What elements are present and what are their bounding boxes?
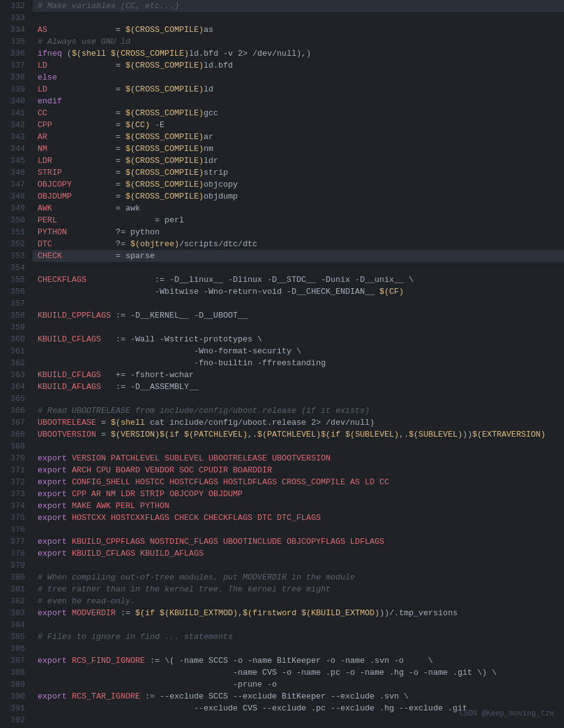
token-var: KBUILD_CPPFLAGS NOSTDINC_FLAGS UBOOTINCL… [72, 537, 384, 546]
token-macro: $(CROSS_COMPILE) [125, 192, 203, 201]
line-number: 364 [0, 381, 33, 393]
token-export: export [38, 454, 67, 463]
line-content: CC = $(CROSS_COMPILE)gcc [33, 107, 564, 119]
token-plain [67, 537, 72, 546]
code-line-379: 379 [0, 559, 564, 571]
code-line-359: 359 [0, 321, 564, 333]
token-export: export [38, 608, 67, 618]
code-line-356: 356 -Wbitwise -Wno-return-void -D__CHECK… [0, 286, 564, 298]
token-plain: = [52, 120, 125, 130]
code-line-369: 369 [0, 440, 564, 452]
token-plain: = [62, 168, 125, 177]
line-content: export HOSTCXX HOSTCXXFLAGS CHECK CHECKF… [33, 512, 564, 524]
token-plain: \( -name SCCS -o -name BitKeeper -o -nam… [165, 656, 433, 665]
token-plain: = awk [52, 204, 140, 213]
token-macro: $(shell [72, 49, 106, 58]
token-comment: # Always use GNU ld [38, 37, 130, 46]
token-comment: # Make variables (CC, etc...) [38, 1, 179, 11]
token-plain: cat include/config/uboot.release 2> /dev… [145, 418, 375, 427]
line-content: else [33, 71, 564, 83]
watermark: CSDN @Keep_moving_tzw [459, 709, 554, 718]
line-number: 359 [0, 321, 33, 333]
line-number: 348 [0, 190, 33, 202]
token-macro: $(PATCHLEVEL) [184, 430, 247, 439]
line-number: 375 [0, 512, 33, 524]
code-line-381: 381# tree rather than in the kernel tree… [0, 583, 564, 595]
token-plain: ,. [248, 430, 258, 439]
code-line-382: 382# even be read-only. [0, 595, 564, 607]
line-number: 385 [0, 631, 33, 643]
token-var: KBUILD_AFLAGS [38, 382, 101, 392]
line-number: 358 [0, 309, 33, 321]
token-plain: = [72, 192, 126, 201]
line-number: 377 [0, 536, 33, 548]
token-plain: = [48, 132, 126, 142]
token-var: LDR [38, 156, 52, 165]
token-plain: = perl [57, 216, 184, 225]
token-macro: $(CROSS_COMPILE) [125, 108, 203, 118]
token-plain [67, 656, 72, 665]
token-macro: $(if [160, 430, 179, 439]
line-number: 392 [0, 714, 33, 726]
line-number: 378 [0, 548, 33, 559]
token-var: STRIP [38, 168, 62, 177]
token-macro: $(CROSS_COMPILE) [125, 168, 203, 177]
code-line-388: 388 -name CVS -o -name .pc -o -name .hg … [0, 667, 564, 679]
token-comment: # even be read-only. [38, 596, 135, 606]
line-content [33, 12, 564, 24]
line-number: 382 [0, 595, 33, 607]
code-line-354: 354 [0, 262, 564, 274]
line-number: 369 [0, 440, 33, 452]
code-line-363: 363KBUILD_CFLAGS += -fshort-wchar [0, 369, 564, 381]
token-var: NM [38, 144, 48, 153]
token-macro: $(KBUILD_EXTMOD) [160, 608, 238, 618]
token-var: LD [38, 61, 48, 70]
line-number: 347 [0, 179, 33, 190]
line-content: -Wbitwise -Wno-return-void -D__CHECK_END… [33, 286, 564, 298]
token-plain: ))/.tmp_versions [379, 608, 458, 618]
line-number: 381 [0, 583, 33, 595]
token-macro: $(VERSION) [111, 430, 160, 439]
token-plain: /scripts/dtc/dtc [179, 239, 257, 249]
line-content [33, 298, 564, 309]
token-export: export [38, 501, 67, 511]
code-line-333: 333 [0, 12, 564, 24]
token-var: CHECKFLAGS [38, 275, 86, 284]
token-var: KBUILD_CFLAGS [38, 335, 101, 344]
code-line-375: 375export HOSTCXX HOSTCXXFLAGS CHECK CHE… [0, 512, 564, 524]
line-number: 361 [0, 345, 33, 357]
code-line-351: 351PYTHON ?= python [0, 226, 564, 238]
token-macro: $(shell [111, 418, 145, 427]
token-plain: -fno-builtin -ffreestanding [38, 358, 326, 368]
line-number: 337 [0, 60, 33, 71]
line-content: export ARCH CPU BOARD VENDOR SOC CPUDIR … [33, 464, 564, 476]
token-keyword: endif [38, 96, 62, 106]
line-content: export MAKE AWK PERL PYTHON [33, 500, 564, 512]
token-var: CHECK [38, 251, 62, 261]
line-number: 389 [0, 679, 33, 690]
token-plain: := [116, 608, 135, 618]
line-content [33, 440, 564, 452]
token-plain: = [72, 180, 126, 189]
line-number: 380 [0, 571, 33, 583]
token-macro: $(KBUILD_EXTMOD) [301, 608, 379, 618]
token-plain: objcopy [203, 180, 238, 189]
token-plain: ldr [203, 156, 218, 165]
token-macro: $(CROSS_COMPILE) [111, 49, 189, 58]
token-var: MAKE AWK PERL PYTHON [72, 501, 170, 511]
token-plain: ld [203, 85, 213, 94]
code-line-341: 341CC = $(CROSS_COMPILE)gcc [0, 107, 564, 119]
line-number: 379 [0, 559, 33, 571]
token-plain: = [48, 108, 126, 118]
token-plain: = [48, 25, 126, 34]
line-content: export RCS_TAR_IGNORE := --exclude SCCS … [33, 690, 564, 702]
token-macro: $(objtree) [130, 239, 179, 249]
line-content: AS = $(CROSS_COMPILE)as [33, 24, 564, 36]
line-number: 350 [0, 214, 33, 226]
line-number: 343 [0, 131, 33, 143]
code-line-385: 385# Files to ignore in find ... stateme… [0, 631, 564, 643]
line-number: 363 [0, 369, 33, 381]
token-plain: gcc [203, 108, 218, 118]
token-var: CONFIG_SHELL HOSTCC HOSTCFLAGS HOSTLDFLA… [72, 477, 389, 487]
token-plain: strip [203, 168, 228, 177]
